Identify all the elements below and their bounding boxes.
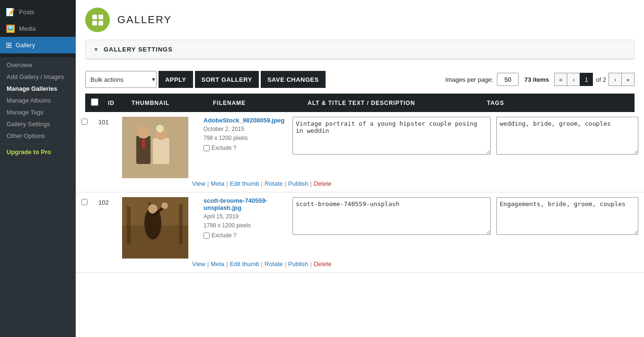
row-1-alt: [292, 117, 496, 156]
row-2-main: 102: [76, 192, 644, 259]
row-2-actions: View | Meta | Edit thumb | Rotate | Publ…: [76, 259, 644, 272]
row-2-editthumb-link[interactable]: Edit thumb: [230, 260, 259, 268]
page-header: GALLERY: [76, 0, 644, 40]
toolbar-right: Images per page: 73 items « ‹ 1 of 2 › »: [445, 73, 635, 86]
row-1-exclude-checkbox[interactable]: [203, 145, 210, 151]
gallery-logo-icon: [88, 11, 107, 29]
row-2-filename-link[interactable]: scott-broome-740559-unsplash.jpg: [203, 197, 287, 211]
row-2-exclude-checkbox[interactable]: [203, 233, 210, 239]
col-header-alt: ALT & TITLE TEXT / DESCRIPTION: [302, 100, 487, 106]
bulk-actions-container: Bulk actions Delete Selected ▼: [85, 71, 157, 88]
row-1-exclude-label: Exclude ?: [212, 145, 237, 151]
save-changes-button[interactable]: SAVE CHANGES: [261, 71, 326, 88]
row-1-view-link[interactable]: View: [192, 180, 205, 187]
pagination-first-button[interactable]: «: [554, 73, 567, 86]
row-2-thumbnail: [122, 197, 198, 259]
sidebar-item-gallery-settings[interactable]: Gallery Settings: [0, 118, 76, 130]
row-1-filename-link[interactable]: AdobeStock_98208059.jpeg: [203, 117, 287, 124]
gallery-icon: ⊞: [6, 41, 12, 50]
pagination-last-button[interactable]: »: [621, 73, 635, 86]
row-2-dimensions: 1798 x 1200 pixels: [203, 221, 287, 230]
row-1-image: [122, 117, 188, 178]
sidebar-item-overview[interactable]: Overview: [0, 59, 76, 71]
col-header-thumbnail: THUMBNAIL: [132, 100, 207, 106]
sidebar-item-upgrade[interactable]: Upgrade to Pro: [0, 146, 76, 158]
pagination-current-page[interactable]: 1: [580, 73, 593, 86]
sidebar-item-manage-albums[interactable]: Manage Albums: [0, 95, 76, 106]
sidebar-item-manage-galleries[interactable]: Manage Galleries: [0, 83, 76, 95]
pagination-prev-button[interactable]: ‹: [567, 73, 580, 86]
row-1-checkbox[interactable]: [81, 119, 88, 125]
svg-rect-3: [153, 138, 169, 164]
items-count: 73 items: [524, 76, 549, 83]
settings-arrow-icon: ▼: [93, 46, 99, 53]
svg-point-5: [156, 125, 164, 132]
sidebar-item-other-options[interactable]: Other Options: [0, 130, 76, 142]
row-2-checkbox[interactable]: [81, 199, 88, 205]
col-header-filename: FILENAME: [207, 100, 302, 106]
posts-icon: 📝: [6, 8, 15, 17]
images-per-page-input[interactable]: [497, 73, 519, 86]
row-1-filename: AdobeStock_98208059.jpeg October 2, 2015…: [198, 117, 292, 151]
main-content: GALLERY ▼ GALLERY SETTINGS Bulk actions …: [76, 0, 644, 337]
pagination-next-button[interactable]: ›: [609, 73, 622, 86]
pagination-of-label: of 2: [593, 76, 609, 83]
row-1-editthumb-link[interactable]: Edit thumb: [230, 180, 259, 187]
row-2-view-link[interactable]: View: [192, 260, 205, 268]
col-header-id: ID: [108, 100, 132, 106]
table-row: 101: [76, 112, 644, 192]
row-1-tags-textarea[interactable]: [496, 117, 638, 155]
col-header-tags: TAGS: [487, 100, 629, 106]
row-1-thumbnail: [122, 117, 198, 178]
row-1-publish-link[interactable]: Publish: [288, 180, 309, 187]
svg-rect-10: [179, 204, 183, 244]
pagination: « ‹ 1 of 2 › »: [555, 73, 635, 86]
svg-rect-9: [127, 207, 131, 244]
row-2-exclude: Exclude ?: [203, 232, 287, 239]
row-2-alt: [292, 197, 496, 236]
row-2-tags-textarea[interactable]: [496, 197, 638, 235]
row-2-filename: scott-broome-740559-unsplash.jpg April 1…: [198, 197, 292, 239]
col-header-check: [91, 98, 108, 107]
sidebar-item-manage-tags[interactable]: Manage Tags: [0, 106, 76, 118]
row-2-rotate-link[interactable]: Rotate: [265, 260, 282, 268]
row-2-meta-link[interactable]: Meta: [211, 260, 224, 268]
row-1-alt-textarea[interactable]: [292, 117, 491, 155]
row-1-delete-link[interactable]: Delete: [314, 180, 332, 187]
row-1-id: 101: [98, 117, 122, 126]
sidebar-item-add-gallery[interactable]: Add Gallery / Images: [0, 71, 76, 83]
row-1-dimensions: 798 x 1200 pixels: [203, 134, 287, 143]
sort-gallery-button[interactable]: SORT GALLERY: [195, 71, 259, 88]
row-2-exclude-label: Exclude ?: [212, 232, 237, 239]
row-2-tags: [496, 197, 638, 236]
row-2-publish-link[interactable]: Publish: [288, 260, 309, 268]
row-2-id: 102: [98, 197, 122, 206]
row-1-date: October 2, 2015: [203, 125, 287, 134]
svg-point-15: [161, 202, 168, 209]
svg-rect-6: [142, 139, 145, 149]
row-2-alt-textarea[interactable]: [292, 197, 491, 235]
select-all-checkbox[interactable]: [91, 98, 98, 106]
sidebar-item-gallery[interactable]: ⊞ Gallery: [0, 37, 76, 53]
gallery-settings-section: ▼ GALLERY SETTINGS: [85, 40, 635, 60]
row-1-rotate-link[interactable]: Rotate: [265, 180, 282, 187]
table-header: ID THUMBNAIL FILENAME ALT & TITLE TEXT /…: [85, 94, 635, 112]
row-1-exclude: Exclude ?: [203, 145, 287, 151]
row-1-check: [81, 117, 98, 126]
settings-title: GALLERY SETTINGS: [104, 46, 173, 53]
apply-button[interactable]: APPLY: [159, 71, 193, 88]
row-2-image: [122, 197, 188, 259]
row-1-meta-link[interactable]: Meta: [211, 180, 224, 187]
row-2-delete-link[interactable]: Delete: [314, 260, 332, 268]
sidebar-item-media[interactable]: 🖼️ Media: [0, 20, 76, 37]
media-icon: 🖼️: [6, 24, 15, 33]
gallery-logo: [85, 8, 110, 32]
sidebar-media-label: Media: [19, 25, 35, 32]
sidebar-gallery-label: Gallery: [16, 42, 35, 49]
images-per-page-label: Images per page:: [445, 76, 493, 83]
gallery-settings-header[interactable]: ▼ GALLERY SETTINGS: [86, 40, 634, 59]
sidebar-posts-label: Posts: [19, 9, 35, 16]
sidebar-item-posts[interactable]: 📝 Posts: [0, 4, 76, 20]
bulk-actions-select[interactable]: Bulk actions Delete Selected: [86, 71, 157, 88]
row-1-tags: [496, 117, 638, 156]
